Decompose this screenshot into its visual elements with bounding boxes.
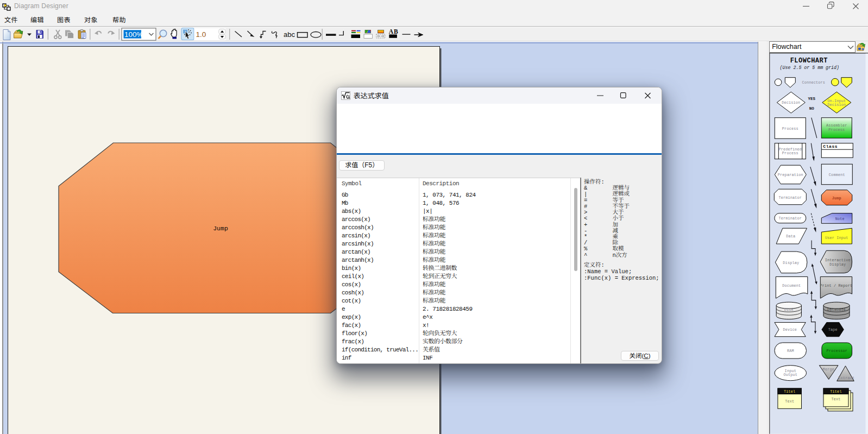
svg-text:Class: Class [823, 144, 838, 149]
svg-text:Database: Database [827, 307, 846, 312]
svg-text:Decision: Decision [827, 103, 846, 107]
svg-text:Text: Text [785, 399, 794, 404]
svg-text:Print / Report: Print / Report [820, 284, 852, 288]
svg-text:Processor: Processor [826, 349, 847, 353]
svg-text:YES: YES [808, 97, 815, 101]
svg-text:Text: Text [831, 397, 840, 401]
svg-text:Titel: Titel [830, 389, 841, 394]
svg-text:Terminator: Terminator [778, 216, 802, 221]
svg-text:(Use 2.5 or 5 mm grid): (Use 2.5 or 5 mm grid) [779, 65, 839, 70]
svg-text:Jump: Jump [213, 225, 228, 232]
svg-text:RAM: RAM [787, 349, 794, 353]
svg-text:Output: Output [783, 373, 797, 377]
svg-text:Terminator: Terminator [778, 196, 802, 200]
svg-text:Comment: Comment [829, 173, 845, 177]
svg-text:Connectors: Connectors [802, 80, 825, 85]
svg-text:Process: Process [782, 127, 798, 131]
svg-text:Jump: Jump [832, 196, 841, 200]
svg-text:Titel: Titel [784, 389, 795, 394]
svg-text:1.0: 1.0 [196, 30, 206, 39]
svg-text:Decision: Decision [782, 100, 800, 105]
svg-text:abc: abc [284, 30, 295, 39]
svg-text:Process: Process [782, 151, 798, 155]
svg-text:Process: Process [828, 128, 845, 132]
svg-text:Disk: Disk [784, 307, 793, 312]
svg-text:FLOWCHART: FLOWCHART [790, 57, 827, 65]
svg-text:Preparation: Preparation [778, 173, 803, 177]
svg-text:Tape: Tape [828, 328, 837, 332]
svg-text:Data: Data [786, 234, 795, 238]
svg-text:User Input: User Input [825, 236, 848, 240]
svg-text:Document: Document [782, 284, 801, 288]
svg-text:Merge: Merge [822, 367, 834, 372]
svg-text:Extract: Extract [838, 376, 854, 380]
svg-text:Note: Note [835, 217, 844, 221]
svg-text:Display: Display [829, 262, 846, 267]
svg-text:100%: 100% [124, 30, 143, 39]
svg-text:Device: Device [783, 328, 797, 332]
svg-text:AB: AB [389, 28, 399, 35]
svg-text:Display: Display [783, 261, 799, 265]
svg-text:NO: NO [809, 106, 814, 111]
